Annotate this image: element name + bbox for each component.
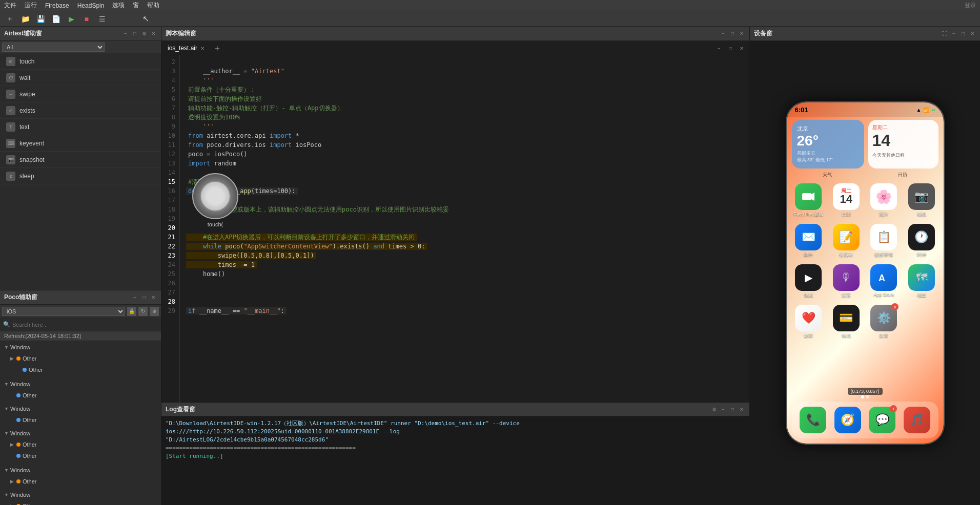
photos-icon: 🌸	[870, 183, 897, 210]
airtest-item-exists[interactable]: ✓ exists	[0, 102, 161, 119]
app-grid-row4: ❤️ 健康 💳 钱包 ⚙️	[787, 302, 944, 342]
log-minimize[interactable]: −	[720, 406, 727, 413]
app-notes[interactable]: 📝 备忘录	[829, 224, 863, 258]
tree-other-2[interactable]: Other	[14, 365, 161, 375]
add-tab-btn[interactable]: ＋	[211, 42, 223, 54]
airtest-item-snapshot[interactable]: 📷 snapshot	[0, 152, 161, 168]
airtest-close[interactable]: ✕	[150, 30, 157, 37]
menu-window[interactable]: 窗	[133, 1, 139, 10]
tree-window-6[interactable]: ▼ Window ▶ Other	[0, 489, 161, 505]
menu-help[interactable]: 帮助	[147, 1, 159, 10]
tree-other-1[interactable]: ▶ Other	[8, 353, 161, 364]
script-minimize[interactable]: −	[720, 30, 727, 37]
airtest-item-swipe[interactable]: ↔ swipe	[0, 86, 161, 102]
editor-maximize[interactable]: □	[727, 45, 734, 52]
tree-window-3[interactable]: ▼ Window Other	[0, 403, 161, 427]
tab-ios-test[interactable]: ios_test.air ✕	[161, 41, 211, 55]
tree-window-4[interactable]: ▼ Window ▶ Other Other	[0, 427, 161, 464]
menu-run[interactable]: 运行	[25, 1, 37, 10]
airtest-filter-select[interactable]: All	[2, 43, 105, 52]
log-close[interactable]: ✕	[738, 406, 745, 413]
tree-window-1[interactable]: ▼ Window ▶ Other Ot	[0, 341, 161, 378]
app-clock[interactable]: 🕐 时钟	[905, 224, 938, 258]
device-fullscreen[interactable]: ⛶	[941, 30, 948, 37]
tree-arrow-3: ▼	[4, 382, 10, 387]
airtest-settings[interactable]: ⚙	[140, 30, 148, 37]
menu-firebase[interactable]: Firebase	[45, 2, 69, 9]
code-line-4: 前置条件（十分重要）：	[186, 86, 258, 93]
svg-text:A: A	[879, 273, 885, 283]
airtest-item-sleep[interactable]: z sleep	[0, 168, 161, 184]
poco-maximize[interactable]: □	[140, 294, 148, 301]
tree-window-2[interactable]: ▼ Window Other	[0, 378, 161, 403]
dock-music[interactable]: 🎵	[904, 407, 930, 433]
airtest-item-keyevent[interactable]: ⌨ keyevent	[0, 135, 161, 152]
app-camera[interactable]: 📷 相机	[905, 183, 938, 218]
tree-other-7[interactable]: ▶ Other	[8, 476, 161, 487]
weather-widget[interactable]: 北京 26° 局部多云 最高 33° 最低 17°	[792, 120, 864, 169]
login-btn[interactable]: 登录	[965, 2, 976, 9]
log-settings[interactable]: ⚙	[710, 406, 718, 413]
app-calendar[interactable]: 周二14 日历	[829, 183, 863, 218]
script-maximize[interactable]: □	[729, 30, 736, 37]
new-btn[interactable]: ＋	[4, 13, 15, 25]
dock-safari[interactable]: 🧭	[834, 407, 861, 433]
app-wallet[interactable]: 💳 钱包	[829, 305, 863, 339]
tree-window-5[interactable]: ▼ Window ▶ Other	[0, 464, 161, 489]
app-mail[interactable]: ✉️ 邮件	[792, 224, 826, 258]
podcast-label: 播客	[842, 292, 851, 299]
tree-other-5[interactable]: ▶ Other	[8, 439, 161, 450]
airtest-item-touch[interactable]: ⊙ touch	[0, 53, 161, 70]
open-btn[interactable]: 📁	[19, 13, 31, 25]
poco-search-input[interactable]	[12, 322, 158, 328]
code-area[interactable]: __author__ = "Airtest" ''' 前置条件（十分重要）： 请…	[180, 55, 749, 403]
menu-headspin[interactable]: HeadSpin	[77, 2, 105, 9]
app-facetime[interactable]: FaceTime通话	[792, 183, 826, 218]
tree-other-8[interactable]: ▶ Other	[8, 501, 161, 505]
poco-lock-btn[interactable]: 🔒	[127, 307, 136, 316]
stop-btn[interactable]: ■	[81, 13, 92, 25]
run-btn[interactable]: ▶	[66, 13, 77, 25]
poco-close[interactable]: ✕	[150, 294, 157, 301]
airtest-item-text[interactable]: T text	[0, 119, 161, 135]
device-maximize[interactable]: □	[959, 30, 967, 37]
airtest-item-wait[interactable]: ⏱ wait	[0, 70, 161, 86]
dock-messages[interactable]: 💬 1	[869, 407, 895, 433]
log-maximize[interactable]: □	[729, 406, 736, 413]
save-btn[interactable]: 💾	[35, 13, 46, 25]
airtest-maximize[interactable]: □	[131, 30, 138, 37]
app-photos[interactable]: 🌸 照片	[867, 183, 901, 218]
app-reminders[interactable]: 📋 提醒事项	[867, 224, 901, 258]
tree-other-4[interactable]: Other	[14, 415, 161, 425]
calendar-widget[interactable]: 星期二 14 今天无其他日程	[868, 120, 938, 169]
app-appstore[interactable]: A App Store	[867, 264, 901, 299]
layout-btn[interactable]: ☰	[96, 13, 108, 25]
device-minimize[interactable]: −	[950, 30, 957, 37]
exists-label: exists	[19, 107, 35, 114]
menu-file[interactable]: 文件	[4, 1, 16, 10]
menu-options[interactable]: 选项	[112, 1, 125, 10]
app-video[interactable]: ▶ 视频	[792, 264, 826, 299]
airtest-minimize[interactable]: −	[122, 30, 129, 37]
editor-close[interactable]: ✕	[738, 45, 745, 52]
script-close[interactable]: ✕	[738, 30, 745, 37]
poco-screenshot-btn[interactable]: ⊕	[150, 307, 159, 316]
iphone-screen[interactable]: 6:01 ▲ 📶 ▪▪ 北京 26° 局部多云	[787, 102, 944, 444]
text-icon: T	[6, 122, 15, 132]
dock-phone[interactable]: 📞	[800, 407, 826, 433]
poco-title: Poco辅助窗	[4, 293, 37, 302]
app-podcast[interactable]: 🎙 播客	[829, 264, 863, 299]
poco-panel-header: Poco辅助窗 − □ ✕	[0, 290, 161, 305]
poco-minimize[interactable]: −	[131, 294, 138, 301]
poco-platform-select[interactable]: iOS Android	[2, 307, 125, 316]
tree-other-3[interactable]: Other	[14, 390, 161, 401]
app-settings[interactable]: ⚙️ 6 设置	[867, 305, 901, 339]
tab-close-btn[interactable]: ✕	[200, 46, 205, 51]
poco-refresh-btn[interactable]: ↻	[138, 307, 148, 316]
tree-other-6[interactable]: Other	[14, 451, 161, 461]
app-health[interactable]: ❤️ 健康	[792, 305, 826, 339]
app-maps[interactable]: 🗺 地图	[905, 264, 938, 299]
saveas-btn[interactable]: 📄	[50, 13, 62, 25]
device-close[interactable]: ✕	[969, 30, 976, 37]
editor-minimize[interactable]: −	[716, 45, 723, 52]
